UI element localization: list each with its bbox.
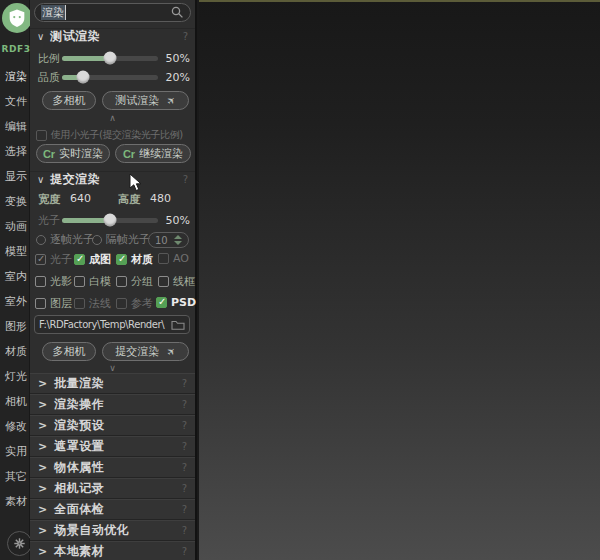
sidebar-item-transform[interactable]: 变换 [0,189,32,214]
help-icon[interactable]: ? [183,31,188,42]
section-local-assets[interactable]: > 本地素材 ? [30,541,195,560]
checkbox-shadow[interactable]: 光影 [35,274,72,289]
help-icon[interactable]: ? [182,441,187,452]
checkbox-wireframe[interactable]: 线框 [158,274,195,289]
chevron-right-icon: > [38,419,47,432]
sidebar-item-camera[interactable]: 相机 [0,389,32,414]
chevron-right-icon: > [38,503,47,516]
photon-mode-row: 逐帧光子 隔帧光子 10 [30,232,195,248]
collapse-handle[interactable]: ∨ [30,363,195,373]
settings-button[interactable] [7,531,32,556]
collapse-handle[interactable]: ∧ [30,113,195,123]
quality-value: 20% [160,71,190,84]
help-icon[interactable]: ? [183,174,188,185]
checkbox-photon[interactable]: 光子 [35,252,72,267]
scale-slider[interactable] [62,56,158,61]
radio-per-frame-photon[interactable]: 逐帧光子 [36,232,94,247]
chevron-right-icon: > [38,377,47,390]
resolution-row: 宽度 640 高度 480 [30,192,195,208]
help-icon[interactable]: ? [182,378,187,389]
output-path-field[interactable]: F:\RDFactory\Temp\Render\ [34,315,190,334]
test-multi-camera-button[interactable]: 多相机 [42,91,96,110]
stepper-value: 10 [155,235,168,246]
slider-thumb[interactable] [104,52,117,65]
section-camera-records[interactable]: > 相机记录 ? [30,478,195,498]
sidebar-item-utility[interactable]: 实用 [0,439,32,464]
section-batch-render[interactable]: > 批量渲染 ? [30,373,195,393]
sidebar-item-render[interactable]: 渲染 [0,64,32,89]
help-icon[interactable]: ? [182,462,187,473]
brand-label[interactable]: RDF3 [0,44,32,54]
scale-label: 比例 [38,51,60,66]
submit-render-button[interactable]: 提交渲染 ✈ [102,342,189,361]
sidebar-item-other[interactable]: 其它 [0,464,32,489]
checkbox-group[interactable]: 分组 [116,274,153,289]
sidebar-item-graphics[interactable]: 图形 [0,314,32,339]
viewport-3d[interactable] [199,0,600,560]
checkbox-label: 参考 [131,296,153,311]
section-test-render-header[interactable]: ∨ 测试渲染 ? [30,28,195,44]
app-logo[interactable] [2,3,32,33]
quality-slider[interactable] [62,75,158,80]
help-icon[interactable]: ? [182,420,187,431]
sidebar-item-select[interactable]: 选择 [0,139,32,164]
search-input[interactable]: 渲染 [34,3,191,22]
sidebar-item-interior[interactable]: 室内 [0,264,32,289]
section-render-presets[interactable]: > 渲染预设 ? [30,415,195,435]
height-value[interactable]: 480 [150,192,171,205]
checkbox-reference[interactable]: 参考 [116,296,153,311]
photon-slider[interactable] [62,218,158,223]
slider-thumb[interactable] [77,71,90,84]
sidebar-item-modify[interactable]: 修改 [0,414,32,439]
help-icon[interactable]: ? [182,525,187,536]
test-render-button[interactable]: 测试渲染 ✈ [102,91,189,110]
checkbox-psd[interactable]: PSD [156,296,196,309]
section-object-properties[interactable]: > 物体属性 ? [30,457,195,477]
sidebar-item-exterior[interactable]: 室外 [0,289,32,314]
folder-icon[interactable] [171,319,185,330]
chevron-right-icon: > [38,482,47,495]
section-submit-render-header[interactable]: ∨ 提交渲染 ? [30,171,195,187]
help-icon[interactable]: ? [182,504,187,515]
stepper-arrows-icon[interactable] [174,235,182,245]
help-icon[interactable]: ? [182,546,187,557]
help-icon[interactable]: ? [182,483,187,494]
checkbox-image[interactable]: 成图 [74,252,111,267]
width-value[interactable]: 640 [70,192,91,205]
sidebar-item-display[interactable]: 显示 [0,164,32,189]
help-icon[interactable]: ? [182,399,187,410]
checkbox-ao[interactable]: AO [158,252,189,265]
section-title: 场景自动优化 [54,522,129,539]
submit-multi-camera-button[interactable]: 多相机 [42,342,96,361]
radio-interval-frame-photon[interactable]: 隔帧光子 [92,232,150,247]
sidebar-item-light[interactable]: 灯光 [0,364,32,389]
sidebar-item-assets[interactable]: 素材 [0,489,32,514]
sidebar-item-model[interactable]: 模型 [0,239,32,264]
checkbox-layer[interactable]: 图层 [35,296,72,311]
button-label: 实时渲染 [59,146,103,161]
plane-icon: ✈ [165,345,179,359]
checkbox-material[interactable]: 材质 [116,252,153,267]
button-label: 继续渲染 [139,146,183,161]
photon-value: 50% [160,214,190,227]
section-scene-auto-optimize[interactable]: > 场景自动优化 ? [30,520,195,540]
sidebar-item-material[interactable]: 材质 [0,339,32,364]
app-window: RDF3 渲染 文件 编辑 选择 显示 变换 动画 模型 室内 室外 图形 材质… [0,0,600,560]
section-render-operations[interactable]: > 渲染操作 ? [30,394,195,414]
checkbox-label: 线框 [173,274,195,289]
checkbox-normal[interactable]: 法线 [74,296,111,311]
sidebar-item-edit[interactable]: 编辑 [0,114,32,139]
sidebar-item-file[interactable]: 文件 [0,89,32,114]
slider-thumb[interactable] [104,214,117,227]
cr-realtime-render-button[interactable]: Cr 实时渲染 [36,144,110,163]
frame-interval-stepper[interactable]: 10 [148,232,189,248]
section-title: 全面体检 [54,501,104,518]
checkbox-whitemodel[interactable]: 白模 [74,274,111,289]
radio-dot [36,235,46,245]
section-mask-settings[interactable]: > 遮罩设置 ? [30,436,195,456]
cr-continue-render-button[interactable]: Cr 继续渲染 [115,144,191,163]
sidebar-item-animation[interactable]: 动画 [0,214,32,239]
small-photon-checkbox[interactable]: 使用小光子(提交渲染光子比例) [36,128,183,142]
section-title: 本地素材 [54,543,104,560]
section-full-checkup[interactable]: > 全面体检 ? [30,499,195,519]
